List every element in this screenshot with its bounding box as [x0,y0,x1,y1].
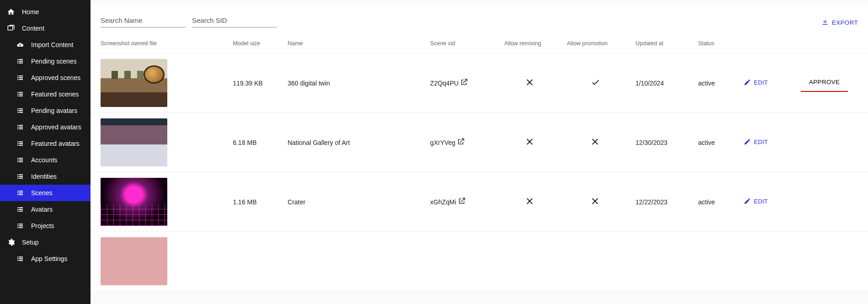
home-icon [6,7,16,16]
th-model-size[interactable]: Model size [227,34,282,53]
cell-updated-at: 1/10/2024 [630,53,692,113]
cell-name [282,232,425,291]
list-icon [16,57,25,66]
cell-updated-at: 12/30/2023 [630,113,692,172]
th-name[interactable]: Name [282,34,425,53]
nav-app-settings[interactable]: App Settings [0,251,91,267]
cell-model-size: 119.39 KB [227,53,282,113]
x-icon [591,140,600,148]
cell-scene-sid: gXrYVeg [430,137,465,148]
cell-allow-remixing [499,172,561,232]
cell-model-size [227,232,282,291]
nav-projects[interactable]: Projects [0,218,91,234]
nav-label: Setup [22,239,39,246]
th-scene-sid[interactable]: Scene sid [425,34,499,53]
list-icon [16,172,25,181]
nav-featured-avatars[interactable]: Featured avatars [0,135,91,152]
table-row: 119.39 KB360 digital twinZ2Qq4PU1/10/202… [91,53,868,113]
table-row: 1.16 MBCraterxGhZqMi12/22/2023activeEDIT [91,172,868,232]
export-label: EXPORT [832,19,858,26]
th-updated-at[interactable]: Updated at [630,34,692,53]
cell-model-size: 1.16 MB [227,172,282,232]
nav-label: Featured scenes [31,91,79,98]
edit-button[interactable]: EDIT [744,79,768,86]
cell-scene-sid: Z2Qq4PU [430,78,469,88]
x-icon [526,81,535,88]
scenes-table: Screenshot owned file Model size Name Sc… [91,34,868,291]
open-external-icon[interactable] [456,137,465,148]
nav-label: Accounts [31,156,58,164]
nav-label: Pending avatars [31,107,77,114]
nav-label: Content [22,25,44,32]
nav-setup[interactable]: Setup [0,234,91,251]
scene-thumbnail[interactable] [101,178,167,226]
nav-featured-scenes[interactable]: Featured scenes [0,86,91,102]
nav-home[interactable]: Home [0,4,91,20]
nav-import-content[interactable]: Import Content [0,37,91,53]
x-icon [526,200,535,207]
th-status[interactable]: Status [692,34,738,53]
scene-thumbnail[interactable] [101,237,167,285]
cell-status: active [692,172,738,232]
export-button[interactable]: EXPORT [821,18,858,27]
x-icon [591,200,600,207]
cloud-upload-icon [16,40,25,49]
th-allow-remixing[interactable]: Allow remixing [499,34,561,53]
nav-label: Featured avatars [31,140,80,147]
approve-button[interactable]: APPROVE [801,74,848,92]
check-icon [591,81,600,88]
cell-allow-promotion [562,172,630,232]
nav-pending-avatars[interactable]: Pending avatars [0,102,91,119]
nav-pending-scenes[interactable]: Pending scenes [0,53,91,69]
cell-allow-promotion [562,113,630,172]
toolbar: EXPORT [91,5,868,34]
nav-label: Pending scenes [31,58,77,65]
nav-label: Identities [31,173,57,180]
cell-status [692,232,738,291]
scene-thumbnail[interactable] [101,118,167,166]
cell-allow-remixing [499,113,561,172]
open-external-icon[interactable] [459,78,469,88]
nav-identities[interactable]: Identities [0,168,91,185]
cell-model-size: 6.18 MB [227,113,282,172]
nav-label: Home [22,8,39,16]
nav-label: Scenes [31,189,53,197]
list-icon [16,221,25,230]
cell-status: active [692,53,738,113]
open-external-icon[interactable] [457,197,466,207]
nav-label: Approved avatars [31,123,81,131]
search-name-input[interactable] [101,14,186,27]
list-icon [16,90,25,99]
cell-updated-at [630,232,692,291]
nav-label: App Settings [31,255,67,262]
th-screenshot[interactable]: Screenshot owned file [91,34,227,53]
main-panel: EXPORT Screenshot owned file Model size … [91,0,868,304]
table-row: 6.18 MBNational Gallery of ArtgXrYVeg12/… [91,113,868,172]
edit-button[interactable]: EDIT [744,138,768,145]
sidebar: Home Content Import Content Pending scen… [0,0,91,304]
th-allow-promotion[interactable]: Allow promotion [562,34,630,53]
search-sid-input[interactable] [192,14,277,27]
scene-thumbnail[interactable] [101,59,167,107]
nav-approved-avatars[interactable]: Approved avatars [0,119,91,135]
nav-label: Projects [31,222,54,229]
gear-icon [6,238,16,247]
edit-button[interactable]: EDIT [744,197,768,205]
nav-label: Avatars [31,206,53,213]
stack-icon [6,24,16,33]
nav-content[interactable]: Content [0,20,91,37]
nav-label: Approved scenes [31,74,80,81]
table-row [91,232,868,291]
nav-accounts[interactable]: Accounts [0,152,91,168]
cell-name: 360 digital twin [282,53,425,113]
cell-scene-sid: xGhZqMi [430,197,466,207]
nav-scenes[interactable]: Scenes [0,185,91,201]
list-icon [16,139,25,148]
list-icon [16,188,25,197]
nav-avatars[interactable]: Avatars [0,201,91,218]
nav-approved-scenes[interactable]: Approved scenes [0,69,91,86]
cell-name: National Gallery of Art [282,113,425,172]
cell-allow-promotion [562,53,630,113]
list-icon [16,123,25,132]
cell-updated-at: 12/22/2023 [630,172,692,232]
